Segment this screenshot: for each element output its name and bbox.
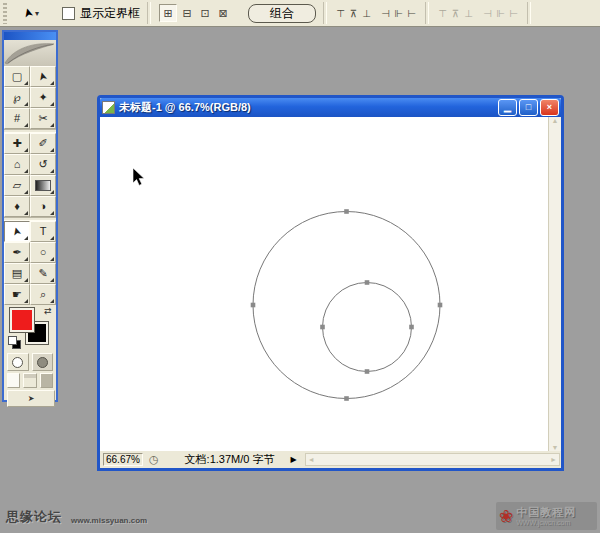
quick-mask-mode-button[interactable]: [32, 353, 54, 371]
history-brush-icon: ↺: [38, 159, 47, 170]
align-bottom-button[interactable]: ⊥: [361, 6, 372, 20]
document-title: 未标题-1 @ 66.7%(RGB/8): [119, 100, 496, 115]
tool-slice[interactable]: ✂: [30, 108, 56, 129]
document-window: 未标题-1 @ 66.7%(RGB/8) ▁ □ ×: [97, 95, 564, 471]
document-client-area: ▲ ▼ 66.67% ◷ 文档:1.37M/0 字节 ▶ ◄ ►: [100, 117, 561, 468]
scroll-down-icon[interactable]: ▼: [552, 444, 559, 451]
hand-icon: ☛: [12, 289, 22, 300]
bottom-left-watermark: 思缘论坛 www.missyuan.com: [6, 508, 147, 526]
align-top-button[interactable]: ⊤: [335, 6, 346, 20]
tool-clone-stamp[interactable]: ⌂: [4, 154, 30, 175]
intersect-shape-area-button[interactable]: ⊡: [197, 5, 213, 21]
rectangular-marquee-icon: ▢: [12, 71, 22, 82]
zoom-icon: ⌕: [40, 289, 46, 300]
toolbar-separator: [323, 2, 327, 24]
slice-icon: ✂: [38, 113, 47, 124]
tool-zoom[interactable]: ⌕: [30, 284, 56, 305]
palette-title-bar[interactable]: [4, 32, 56, 40]
eyedropper-icon: ✎: [38, 268, 47, 279]
options-bar: ➤ ▾ 显示定界框 ⊞ ⊟ ⊡ ⊠ 组合 ⊤ ⊼ ⊥ ⊣ ⊩ ⊢ ⊤ ⊼ ⊥ ⊣…: [0, 0, 600, 27]
tool-brush[interactable]: ✐: [30, 133, 56, 154]
forum-name-text: 思缘论坛: [6, 508, 62, 526]
toolbar-separator: [147, 2, 151, 24]
tool-path-selection[interactable]: ➤: [4, 221, 30, 242]
tool-rectangular-marquee[interactable]: ▢: [4, 66, 30, 87]
eraser-icon: ▱: [13, 180, 21, 191]
align-horizontal-center-button[interactable]: ⊩: [393, 6, 404, 20]
healing-brush-icon: ✚: [12, 138, 21, 149]
scroll-up-icon[interactable]: ▲: [552, 117, 559, 124]
tool-hand[interactable]: ☛: [4, 284, 30, 305]
site-name-text: 中国教程网: [516, 507, 576, 518]
show-bounding-box-checkbox[interactable]: [62, 7, 75, 20]
maximize-button[interactable]: □: [519, 99, 538, 116]
subtract-shape-area-button[interactable]: ⊟: [179, 5, 195, 21]
quick-mask-icon: [37, 357, 48, 368]
distribute-left-button[interactable]: ⊣: [482, 6, 493, 20]
site-url-text: WWW.jcwcn.com: [516, 519, 576, 526]
fullscreen-with-menu-button[interactable]: [23, 373, 36, 388]
tool-eyedropper[interactable]: ✎: [30, 263, 56, 284]
notes-icon: ▤: [12, 268, 22, 279]
document-title-bar[interactable]: 未标题-1 @ 66.7%(RGB/8) ▁ □ ×: [100, 98, 561, 117]
align-left-button[interactable]: ⊣: [380, 6, 391, 20]
fullscreen-mode-button[interactable]: [40, 373, 53, 388]
forum-url-text: www.missyuan.com: [71, 516, 147, 526]
distribute-bottom-button[interactable]: ⊥: [463, 6, 474, 20]
tool-healing-brush[interactable]: ✚: [4, 133, 30, 154]
standard-mode-button[interactable]: [7, 353, 29, 371]
distribute-vertical-center-button[interactable]: ⊼: [450, 6, 461, 20]
tool-move[interactable]: ➤: [30, 66, 56, 87]
document-icon: [102, 101, 115, 114]
zoom-level-field[interactable]: 66.67%: [103, 453, 143, 466]
distribute-top-button[interactable]: ⊤: [437, 6, 448, 20]
tool-eraser[interactable]: ▱: [4, 175, 30, 196]
tool-notes[interactable]: ▤: [4, 263, 30, 284]
tool-crop[interactable]: #: [4, 108, 30, 129]
distribute-horizontal-center-button[interactable]: ⊩: [495, 6, 506, 20]
status-menu-arrow-icon[interactable]: ▶: [290, 455, 296, 464]
close-button[interactable]: ×: [540, 99, 559, 116]
photoshop-feather-logo: [4, 40, 56, 66]
swap-colors-icon[interactable]: ⇄: [44, 306, 52, 316]
blur-icon: ♦: [14, 201, 20, 212]
canvas[interactable]: [100, 117, 548, 451]
tool-magic-wand[interactable]: ✦: [30, 87, 56, 108]
tool-dodge[interactable]: ◑: [30, 196, 56, 217]
scroll-left-icon[interactable]: ◄: [308, 456, 315, 463]
minimize-button[interactable]: ▁: [498, 99, 517, 116]
imageready-area: ➤: [4, 389, 56, 408]
distribute-right-button[interactable]: ⊢: [508, 6, 519, 20]
color-swatch-area: ⇄: [4, 305, 56, 351]
foreground-color-swatch[interactable]: [10, 308, 34, 332]
combine-button[interactable]: 组合: [248, 4, 316, 23]
tool-gradient[interactable]: [30, 175, 56, 196]
standard-screen-mode-button[interactable]: [7, 373, 20, 388]
exclude-shape-area-button[interactable]: ⊠: [215, 5, 231, 21]
brush-icon: ✐: [38, 138, 47, 149]
jump-to-imageready-button[interactable]: ➤: [7, 390, 55, 407]
current-tool-button[interactable]: ➤ ▾: [16, 3, 46, 23]
lasso-icon: ℘: [13, 92, 21, 103]
gradient-icon: [35, 180, 51, 191]
type-icon: T: [40, 226, 47, 237]
jcwcn-logo-icon: ❀: [499, 508, 513, 525]
add-shape-area-button[interactable]: ⊞: [159, 4, 177, 22]
horizontal-scrollbar[interactable]: ◄ ►: [305, 453, 560, 466]
bottom-right-watermark: ❀ 中国教程网 WWW.jcwcn.com: [496, 502, 597, 530]
vertical-scrollbar[interactable]: ▲ ▼: [548, 117, 561, 451]
tool-pen[interactable]: ✒: [4, 242, 30, 263]
clone-stamp-icon: ⌂: [14, 159, 21, 170]
align-right-button[interactable]: ⊢: [406, 6, 417, 20]
tool-ellipse[interactable]: ○: [30, 242, 56, 263]
status-clock-icon: ◷: [149, 454, 159, 465]
scroll-right-icon[interactable]: ►: [550, 456, 557, 463]
tool-history-brush[interactable]: ↺: [30, 154, 56, 175]
tool-lasso[interactable]: ℘: [4, 87, 30, 108]
toolbar-grip[interactable]: [3, 3, 7, 24]
screen-mode-buttons: [4, 371, 56, 389]
default-colors-icon[interactable]: [8, 336, 20, 348]
tool-blur[interactable]: ♦: [4, 196, 30, 217]
align-vertical-center-button[interactable]: ⊼: [348, 6, 359, 20]
tool-type[interactable]: T: [30, 221, 56, 242]
